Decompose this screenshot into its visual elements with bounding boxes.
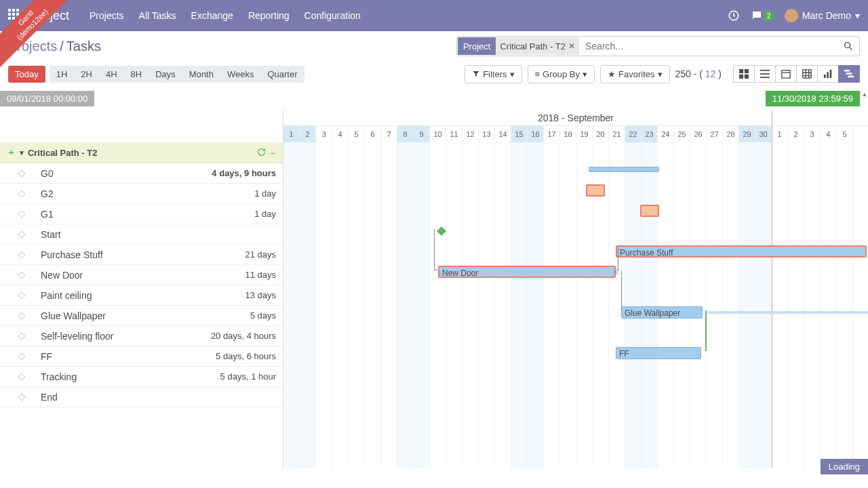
task-row[interactable]: G11 day bbox=[0, 204, 283, 224]
caret-down-icon[interactable]: ▼ bbox=[18, 149, 25, 157]
clock-icon[interactable] bbox=[728, 9, 740, 22]
day-cell[interactable]: 1 bbox=[772, 126, 788, 142]
favorites-button[interactable]: ★ Favorites ▾ bbox=[600, 65, 669, 83]
task-row[interactable]: G21 day bbox=[0, 184, 283, 204]
day-cell[interactable]: 7 bbox=[381, 126, 397, 142]
task-row[interactable]: New Door11 days bbox=[0, 265, 283, 285]
zoom-2h[interactable]: 2H bbox=[74, 66, 99, 83]
day-cell[interactable]: 26 bbox=[690, 126, 707, 142]
search-icon[interactable] bbox=[837, 41, 859, 52]
day-cell[interactable]: 18 bbox=[560, 126, 576, 142]
menu-reporting[interactable]: Reporting bbox=[248, 10, 290, 21]
view-calendar-icon[interactable] bbox=[775, 65, 797, 83]
task-row[interactable]: Purchase Stuff21 days bbox=[0, 245, 283, 265]
menu-all-tasks[interactable]: All Tasks bbox=[139, 10, 176, 21]
task-handle-icon[interactable] bbox=[18, 373, 25, 380]
bar-purchase-stuff[interactable]: Purchase Stuff bbox=[616, 245, 867, 258]
bar-new-door[interactable]: New Door bbox=[438, 266, 616, 278]
zoom-days[interactable]: Days bbox=[149, 66, 182, 83]
menu-configuration[interactable]: Configuration bbox=[304, 10, 361, 21]
group-actions[interactable]: → bbox=[257, 148, 276, 158]
zoom-weeks[interactable]: Weeks bbox=[220, 66, 261, 83]
task-row[interactable]: FF5 days, 6 hours bbox=[0, 346, 283, 367]
scroll-up-icon[interactable]: ▲ bbox=[861, 91, 868, 100]
view-kanban-icon[interactable] bbox=[733, 65, 755, 83]
zoom-1h[interactable]: 1H bbox=[50, 66, 75, 83]
view-graph-icon[interactable] bbox=[817, 65, 839, 83]
view-list-icon[interactable] bbox=[754, 65, 776, 83]
day-cell[interactable]: 1 bbox=[283, 126, 300, 142]
day-cell[interactable]: 21 bbox=[609, 126, 625, 142]
task-handle-icon[interactable] bbox=[18, 291, 25, 299]
day-cell[interactable]: 30 bbox=[755, 126, 772, 142]
task-row[interactable]: Self-leveling floor20 days, 4 hours bbox=[0, 326, 283, 346]
day-cell[interactable]: 27 bbox=[707, 126, 723, 142]
bar-g1[interactable] bbox=[640, 205, 659, 217]
add-icon[interactable]: ＋ bbox=[7, 146, 16, 159]
day-cell[interactable]: 19 bbox=[576, 126, 593, 142]
bar-ff[interactable]: FF bbox=[616, 347, 701, 359]
day-cell[interactable]: 29 bbox=[739, 126, 755, 142]
day-cell[interactable]: 8 bbox=[397, 126, 414, 142]
day-cell[interactable]: 5 bbox=[349, 126, 365, 142]
bar-glue-wallpaper[interactable]: Glue Wallpaper bbox=[621, 306, 703, 319]
search-input[interactable] bbox=[580, 41, 837, 52]
task-handle-icon[interactable] bbox=[18, 210, 25, 218]
menu-projects[interactable]: Projects bbox=[90, 10, 124, 21]
gantt-chart[interactable]: Purchase Stuff New Door Glue Wallpaper F… bbox=[283, 142, 868, 468]
day-cell[interactable]: 14 bbox=[495, 126, 511, 142]
task-row[interactable]: Glue Wallpaper5 days bbox=[0, 306, 283, 326]
day-cell[interactable]: 16 bbox=[528, 126, 544, 142]
task-handle-icon[interactable] bbox=[18, 332, 25, 340]
task-row[interactable]: Tracking5 days, 1 hour bbox=[0, 367, 283, 387]
task-handle-icon[interactable] bbox=[18, 169, 25, 177]
day-cell[interactable]: 15 bbox=[511, 126, 528, 142]
view-gantt-icon[interactable] bbox=[838, 65, 860, 83]
task-handle-icon[interactable] bbox=[18, 312, 25, 319]
menu-exchange[interactable]: Exchange bbox=[191, 10, 233, 21]
task-handle-icon[interactable] bbox=[18, 190, 25, 197]
task-row[interactable]: Start bbox=[0, 224, 283, 245]
user-menu[interactable]: Marc Demo ▾ bbox=[785, 9, 860, 22]
day-cell[interactable]: 24 bbox=[658, 126, 674, 142]
day-cell[interactable]: 28 bbox=[723, 126, 739, 142]
task-handle-icon[interactable] bbox=[18, 251, 25, 258]
today-button[interactable]: Today bbox=[8, 66, 45, 83]
zoom-4h[interactable]: 4H bbox=[99, 66, 124, 83]
day-cell[interactable]: 4 bbox=[332, 126, 349, 142]
filters-button[interactable]: Filters ▾ bbox=[465, 65, 521, 83]
day-cell[interactable]: 22 bbox=[625, 126, 642, 142]
zoom-month[interactable]: Month bbox=[182, 66, 220, 83]
task-handle-icon[interactable] bbox=[18, 393, 25, 401]
task-row[interactable]: End bbox=[0, 387, 283, 407]
day-cell[interactable]: 13 bbox=[479, 126, 495, 142]
day-cell[interactable]: 10 bbox=[430, 126, 446, 142]
day-cell[interactable]: 20 bbox=[593, 126, 609, 142]
day-cell[interactable]: 6 bbox=[365, 126, 381, 142]
day-cell[interactable]: 4 bbox=[821, 126, 837, 142]
day-cell[interactable]: 2 bbox=[300, 126, 316, 142]
day-cell[interactable]: 3 bbox=[316, 126, 332, 142]
zoom-quarter[interactable]: Quarter bbox=[260, 66, 304, 83]
day-cell[interactable]: 11 bbox=[446, 126, 462, 142]
task-handle-icon[interactable] bbox=[18, 271, 25, 279]
day-cell[interactable]: 12 bbox=[462, 126, 479, 142]
day-cell[interactable]: 23 bbox=[642, 126, 658, 142]
day-cell[interactable]: 5 bbox=[837, 126, 853, 142]
task-handle-icon[interactable] bbox=[18, 352, 25, 360]
bar-g0[interactable] bbox=[589, 167, 659, 172]
conversations-icon[interactable]: 2 bbox=[751, 9, 774, 22]
facet-remove-icon[interactable]: ✕ bbox=[568, 41, 575, 51]
task-handle-icon[interactable] bbox=[18, 230, 25, 238]
day-cell[interactable]: 9 bbox=[414, 126, 430, 142]
bar-g2[interactable] bbox=[586, 184, 605, 197]
day-cell[interactable]: 25 bbox=[674, 126, 690, 142]
view-pivot-icon[interactable] bbox=[796, 65, 818, 83]
day-cell[interactable]: 2 bbox=[788, 126, 804, 142]
group-header[interactable]: ＋ ▼ Critical Path - T2 → bbox=[0, 142, 283, 163]
milestone-start[interactable] bbox=[437, 226, 446, 236]
task-row[interactable]: G04 days, 9 hours bbox=[0, 163, 283, 184]
day-cell[interactable]: 17 bbox=[544, 126, 560, 142]
zoom-8h[interactable]: 8H bbox=[124, 66, 149, 83]
groupby-button[interactable]: ≡ Group By ▾ bbox=[528, 65, 595, 83]
